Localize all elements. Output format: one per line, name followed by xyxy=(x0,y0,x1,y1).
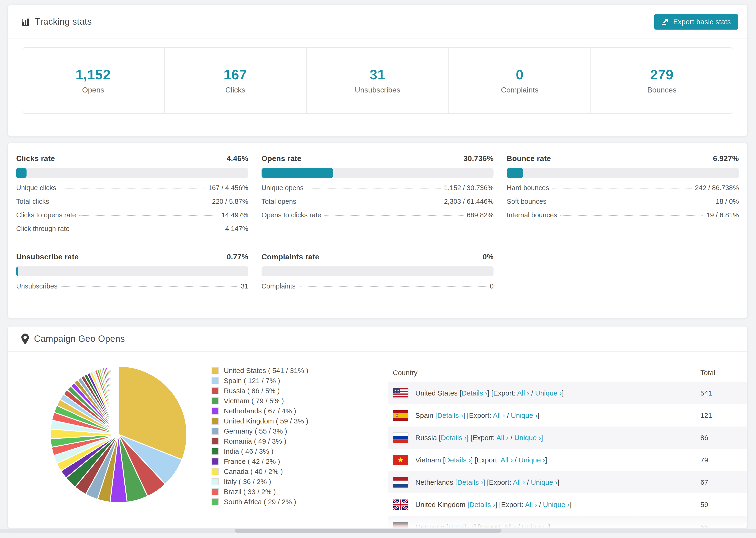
total-cell: 86 xyxy=(700,434,747,442)
legend-item-netherlands: Netherlands ( 67 / 4% ) xyxy=(212,406,308,416)
export-unique-link-united-kingdom[interactable]: Unique › xyxy=(543,501,569,509)
legend-item-italy: Italy ( 36 / 2% ) xyxy=(212,476,308,487)
legend-swatch xyxy=(212,407,219,414)
geo-row-spain: Spain [Details ›] [Export: All › / Uniqu… xyxy=(388,404,747,426)
vietnam-flag-icon xyxy=(393,455,408,465)
pie-legend: United States ( 541 / 31% )Spain ( 121 /… xyxy=(212,365,308,507)
geo-header: Campaign Geo Opens xyxy=(8,327,747,351)
details-link-netherlands[interactable]: Details › xyxy=(457,478,483,486)
dotted-leader xyxy=(73,229,222,229)
horizontal-scrollbar-thumb[interactable] xyxy=(235,529,502,533)
geo-row-united-kingdom: United Kingdom [Details ›] [Export: All … xyxy=(388,493,747,516)
legend-swatch xyxy=(212,398,219,404)
legend-item-united-states: United States ( 541 / 31% ) xyxy=(212,365,308,376)
spain-flag-icon xyxy=(393,410,408,421)
export-all-link-germany[interactable]: All › xyxy=(504,523,516,528)
stat-row-label: Soft bounces xyxy=(507,198,546,205)
legend-label: Netherlands ( 67 / 4% ) xyxy=(224,407,296,415)
legend-swatch xyxy=(212,488,219,495)
tracking-stats-card: Tracking stats Export basic stats 1,152O… xyxy=(8,5,747,136)
legend-swatch xyxy=(212,428,219,435)
bounce-rate-percent: 6.927% xyxy=(713,154,739,163)
stat-label: Unsubscribes xyxy=(355,86,400,94)
stat-row-label: Unique opens xyxy=(261,184,303,192)
dotted-leader xyxy=(561,215,703,216)
stat-row-label: Total clicks xyxy=(16,198,49,205)
stat-row-value: 4.147% xyxy=(225,225,248,233)
geo-table-header: Country Total xyxy=(388,363,747,382)
dotted-leader xyxy=(80,215,218,216)
stat-box-bounces: 279Bounces xyxy=(590,48,733,113)
export-unique-link-russia[interactable]: Unique › xyxy=(514,434,541,442)
germany-flag-icon xyxy=(393,522,408,528)
opens-progress-fill xyxy=(261,168,333,178)
bounce-rate-title: Bounce rate xyxy=(507,154,551,163)
total-cell: 79 xyxy=(700,456,747,464)
export-unique-link-vietnam[interactable]: Unique › xyxy=(519,456,545,464)
complaints-rate-title: Complaints rate xyxy=(261,252,319,261)
legend-item-france: France ( 42 / 2% ) xyxy=(212,456,308,466)
export-all-link-vietnam[interactable]: All › xyxy=(501,456,513,464)
stat-row-label: Complaints xyxy=(261,282,296,290)
country-links: United States [Details ›] [Export: All ›… xyxy=(415,389,564,397)
stat-row-unsubscribes: Unsubscribes31 xyxy=(16,282,248,296)
stat-row-opens-to-clicks-rate: Opens to clicks rate689.82% xyxy=(261,211,494,225)
export-unique-link-spain[interactable]: Unique › xyxy=(511,411,537,419)
stat-row-value: 167 / 4.456% xyxy=(208,184,248,192)
legend-swatch xyxy=(212,448,219,455)
dotted-leader xyxy=(550,202,713,202)
stat-row-value: 19 / 6.81% xyxy=(706,211,739,219)
export-all-link-russia[interactable]: All › xyxy=(496,434,509,442)
details-link-russia[interactable]: Details › xyxy=(441,434,466,442)
stat-row-unique-clicks: Unique clicks167 / 4.456% xyxy=(16,184,248,198)
rate-section-clicks: Clicks rate4.46%Unique clicks167 / 4.456… xyxy=(16,154,248,239)
export-basic-stats-button[interactable]: Export basic stats xyxy=(654,14,738,29)
legend-label: Germany ( 55 / 3% ) xyxy=(224,427,287,435)
export-all-link-netherlands[interactable]: All › xyxy=(513,478,525,486)
unsubscribe-progress-fill xyxy=(16,266,18,276)
legend-label: Italy ( 36 / 2% ) xyxy=(224,478,271,486)
stat-row-total-opens: Total opens2,303 / 61.446% xyxy=(261,198,494,211)
export-all-link-spain[interactable]: All › xyxy=(493,411,505,419)
legend-item-india: India ( 46 / 3% ) xyxy=(212,446,308,456)
total-cell: 121 xyxy=(700,411,747,419)
stat-row-value: 242 / 86.738% xyxy=(695,184,739,192)
stat-row-value: 18 / 0% xyxy=(716,198,739,205)
stat-row-label: Total opens xyxy=(261,198,296,205)
total-cell: 541 xyxy=(700,389,747,397)
geo-row-united-states: United States [Details ›] [Export: All ›… xyxy=(388,382,747,404)
stat-row-label: Opens to clicks rate xyxy=(261,211,321,219)
country-links: United Kingdom [Details ›] [Export: All … xyxy=(415,501,571,509)
stat-row-label: Click through rate xyxy=(16,225,70,233)
stat-row-label: Unsubscribes xyxy=(16,282,58,290)
details-link-germany[interactable]: Details › xyxy=(448,523,474,528)
stat-value: 279 xyxy=(650,67,674,82)
details-link-united-kingdom[interactable]: Details › xyxy=(469,501,495,509)
legend-swatch xyxy=(212,377,219,384)
legend-swatch xyxy=(212,458,219,465)
details-link-spain[interactable]: Details › xyxy=(437,411,463,419)
export-unique-link-united-states[interactable]: Unique › xyxy=(535,389,562,397)
details-link-vietnam[interactable]: Details › xyxy=(445,456,471,464)
dotted-leader xyxy=(299,286,486,287)
legend-label: Vietnam ( 79 / 5% ) xyxy=(224,397,284,405)
legend-item-vietnam: Vietnam ( 79 / 5% ) xyxy=(212,396,308,406)
geo-opens-pie-chart xyxy=(46,362,191,507)
tracking-stats-header: Tracking stats Export basic stats xyxy=(8,5,747,39)
export-all-link-united-states[interactable]: All › xyxy=(517,389,529,397)
stat-row-unique-opens: Unique opens1,152 / 30.736% xyxy=(261,184,494,198)
stat-row-label: Internal bounces xyxy=(507,211,557,219)
clicks-progress-bar xyxy=(16,168,248,178)
total-cell: 59 xyxy=(700,501,747,509)
country-links: Vietnam [Details ›] [Export: All › / Uni… xyxy=(415,456,547,464)
stat-row-value: 1,152 / 30.736% xyxy=(444,184,494,192)
country-cell: Germany [Details ›] [Export: All › / Uni… xyxy=(388,522,700,528)
stat-row-clicks-to-opens-rate: Clicks to opens rate14.497% xyxy=(16,211,248,225)
export-all-link-united-kingdom[interactable]: All › xyxy=(525,501,537,509)
stat-row-value: 0 xyxy=(490,282,494,290)
export-unique-link-germany[interactable]: Unique › xyxy=(522,523,549,528)
legend-label: Canada ( 40 / 2% ) xyxy=(224,467,283,476)
stat-value: 31 xyxy=(370,67,386,82)
details-link-united-states[interactable]: Details › xyxy=(461,389,487,397)
export-unique-link-netherlands[interactable]: Unique › xyxy=(531,478,557,486)
